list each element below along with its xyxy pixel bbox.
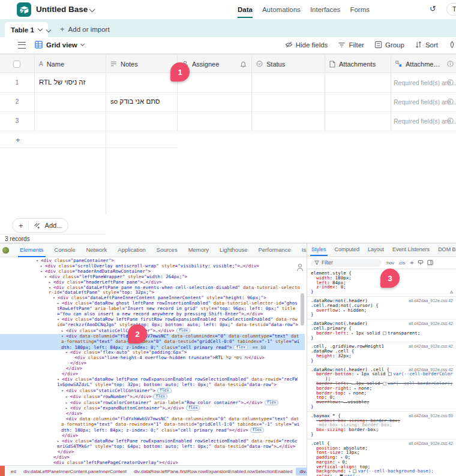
- person-icon[interactable]: [296, 264, 304, 273]
- row-number[interactable]: 3: [0, 117, 34, 124]
- column-header-status[interactable]: Status: [251, 55, 325, 73]
- cls-toggle[interactable]: .cls: [398, 260, 405, 266]
- dom-node[interactable]: ▾<div class="dataRow leftPane firstRow r…: [0, 317, 305, 328]
- dom-node-close[interactable]: </div>: [0, 366, 305, 372]
- info-icon[interactable]: [447, 61, 454, 67]
- devtools-tab-lighthouse[interactable]: Lighthouse: [214, 243, 253, 257]
- dom-node[interactable]: ▾<div data-columnid="fldYxhWwbSV7mwsNC" …: [0, 334, 305, 351]
- css-source-link[interactable]: all.d42daa_912e.css:42: [409, 321, 453, 326]
- devtools-tab-application[interactable]: Application: [112, 243, 151, 257]
- font-editor-icon[interactable]: A: [450, 290, 453, 295]
- info-icon[interactable]: [447, 98, 454, 105]
- styles-filter-input[interactable]: Filter: [311, 259, 382, 267]
- trial-badge[interactable]: Trial: [446, 3, 456, 16]
- css-declaration[interactable]: overflow: ▸ hidden;: [311, 308, 453, 313]
- new-style-rule-button[interactable]: +: [410, 259, 413, 266]
- dom-node[interactable]: ▸<div class="expandButtonContainer">…</d…: [0, 405, 305, 411]
- dom-node[interactable]: ▸<div class="rowNumber">…</div>flex: [0, 394, 305, 400]
- dom-node[interactable]: ▾<div class="staticCellContainer">flex: [0, 388, 305, 394]
- column-divider[interactable]: [251, 54, 252, 131]
- devtools-tab-elements[interactable]: Elements: [14, 243, 49, 257]
- color-swatch[interactable]: [388, 372, 392, 376]
- nav-tab-automations[interactable]: Automations: [262, 1, 301, 19]
- add-record-button[interactable]: + Add...: [12, 218, 68, 233]
- styles-tab-styles[interactable]: Styles: [307, 243, 331, 256]
- base-title-chevron-icon[interactable]: [89, 7, 95, 13]
- flex-badge[interactable]: flex: [250, 427, 265, 433]
- css-declaration[interactable]: overflow: ▸ visible;: [311, 400, 453, 405]
- views-menu-icon[interactable]: [18, 42, 26, 49]
- sidebar-toggle-icon[interactable]: [427, 260, 433, 266]
- devtools-tab-network[interactable]: Network: [80, 243, 112, 257]
- css-source-link[interactable]: all.d42daa_912e.css:42: [409, 344, 453, 349]
- filter-button[interactable]: Filter: [338, 41, 364, 49]
- info-icon[interactable]: [447, 118, 454, 124]
- column-divider[interactable]: [106, 54, 106, 215]
- hide-fields-button[interactable]: Hide fields: [285, 41, 328, 49]
- dom-node[interactable]: ▸<div class="dataRow ghost leftPane rowI…: [0, 301, 305, 317]
- css-source-link[interactable]: all.d42daa_912e.css:59: [409, 414, 453, 418]
- css-source-link[interactable]: all.d42daa_912e.css:42: [409, 441, 453, 446]
- devtools-extension-icon[interactable]: [2, 247, 9, 254]
- row-number[interactable]: 2: [0, 98, 34, 105]
- dom-node[interactable]: ▸<div class="rowColorContainer" aria-lab…: [0, 400, 305, 406]
- cell-name[interactable]: זה ניסוי של RTL: [34, 79, 90, 86]
- column-header-attachment-summary[interactable]: Attachment...: [391, 55, 448, 73]
- tab-table-1[interactable]: Table 1: [5, 22, 48, 37]
- styles-tab-layout[interactable]: Layout: [364, 243, 388, 256]
- dom-node[interactable]: <div class="leftPanePageCreatorOverlay">…: [0, 460, 305, 465]
- flex-badge[interactable]: flex: [176, 328, 191, 333]
- flex-badge[interactable]: flex: [157, 388, 172, 393]
- dom-node[interactable]: <div data-columnid="fldYxhWwbSV7mwsNC" d…: [0, 417, 305, 433]
- elements-scrollbar[interactable]: [301, 293, 304, 326]
- flex-badge[interactable]: flex: [233, 345, 248, 350]
- dom-node-close[interactable]: </div>: [0, 450, 305, 455]
- cell-notes[interactable]: סתם אני בודק so: [106, 98, 165, 105]
- column-header-name[interactable]: A Name: [34, 55, 106, 73]
- dom-node[interactable]: ▾<div class="dataRow leftPane rowExpansi…: [0, 377, 305, 388]
- devtools-tab-sources[interactable]: Sources: [151, 243, 183, 257]
- css-declaration[interactable]: border-left: ▸ 1px solid var(--cell-bord…: [311, 381, 453, 386]
- column-divider[interactable]: [34, 54, 35, 131]
- flex-badge[interactable]: flex: [153, 394, 167, 399]
- devtools-tab-memory[interactable]: Memory: [183, 243, 214, 257]
- dom-node[interactable]: ▾<div class="dataLeftPane pane no-events…: [0, 285, 305, 296]
- dom-node[interactable]: <div class="line-height-4 overflow-hidde…: [0, 356, 305, 361]
- grid-view-button[interactable]: Grid view: [35, 41, 84, 49]
- styles-tab-computed[interactable]: Computed: [331, 243, 364, 256]
- css-declaration[interactable]: border-bottom: ▸ 1px solid var(--cell-bo…: [311, 372, 453, 376]
- row-color-button[interactable]: [448, 41, 456, 49]
- css-declaration[interactable]: color: ▸ var(--: [311, 474, 453, 476]
- hov-toggle[interactable]: :hov: [385, 260, 394, 266]
- add-row-button[interactable]: +: [16, 135, 20, 144]
- css-source-link[interactable]: all.d42daa_912e.css:42: [409, 299, 453, 303]
- row-number[interactable]: 1: [0, 79, 34, 86]
- flex-badge[interactable]: flex: [265, 400, 279, 405]
- history-icon[interactable]: ↺: [430, 4, 436, 13]
- airtable-logo-icon[interactable]: [17, 2, 31, 17]
- info-icon[interactable]: [447, 79, 454, 86]
- nav-tab-interfaces[interactable]: Interfaces: [310, 1, 341, 19]
- column-divider[interactable]: [325, 54, 325, 131]
- column-divider[interactable]: [391, 54, 391, 131]
- breadcrumb-item[interactable]: div.dataLeftPaneInnerContent.paneInnerCo…: [20, 468, 130, 475]
- css-declaration[interactable]: box-sizing: border-box;: [311, 427, 453, 432]
- dom-node[interactable]: ▸<div class="dataRow leftPane rowExpansi…: [0, 439, 305, 450]
- styles-tab-event-listeners[interactable]: Event Listeners: [388, 243, 434, 256]
- column-header-attachments[interactable]: Attachments: [325, 55, 391, 73]
- css-declaration[interactable]: border-left: ▸ 1px solid transparent;: [311, 331, 453, 336]
- base-title[interactable]: Untitled Base: [36, 5, 88, 14]
- flex-badge[interactable]: flex: [186, 405, 200, 411]
- nav-tab-data[interactable]: Data: [238, 1, 253, 19]
- sort-button[interactable]: Sort: [415, 41, 438, 49]
- breadcrumb-item[interactable]: ed: [7, 468, 20, 475]
- column-header-notes[interactable]: Notes: [106, 55, 177, 73]
- group-button[interactable]: Group: [374, 41, 404, 49]
- css-declaration[interactable]: height: 32px;: [311, 354, 453, 358]
- breadcrumb-item[interactable]: div.dataRow.leftPane.firstRow.rowExpansi…: [130, 468, 296, 475]
- devtools-tab-performance[interactable]: Performance: [253, 243, 296, 257]
- devtools-tab-console[interactable]: Console: [49, 243, 81, 257]
- select-all-checkbox[interactable]: [13, 61, 20, 68]
- color-swatch[interactable]: [383, 382, 386, 385]
- add-or-import-button[interactable]: + Add or import: [60, 25, 110, 34]
